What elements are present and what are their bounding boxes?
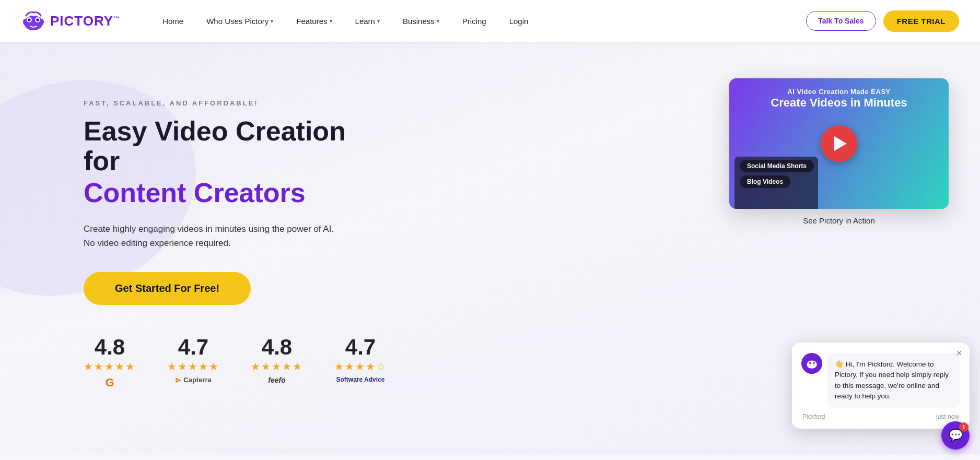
nav-features[interactable]: Features ▾ <box>285 0 343 42</box>
chat-body: 👋 Hi, I'm Pickford. Welcome to Pictory, … <box>792 343 970 429</box>
chat-bubble: 👋 Hi, I'm Pickford. Welcome to Pictory, … <box>827 353 960 408</box>
video-thumbnail[interactable]: AI Video Creation Made EASY Create Video… <box>729 78 949 209</box>
nav-login[interactable]: Login <box>498 0 540 42</box>
nav-links: Home Who Uses Pictory ▾ Features ▾ Learn… <box>151 0 806 42</box>
nav-home[interactable]: Home <box>151 0 195 42</box>
nav-actions: Talk To Sales FREE TRIAL <box>806 10 959 32</box>
stars-capterra: ★★★★★ <box>167 360 219 373</box>
rating-score-sa: 4.7 <box>345 336 376 358</box>
brand-feefo: feefo <box>268 376 285 384</box>
hero-description: Create highly engaging videos in minutes… <box>84 222 345 250</box>
chat-close-button[interactable]: × <box>956 348 962 358</box>
stars-sa: ★★★★☆ <box>334 360 387 373</box>
hero-content: FAST, SCALABLE, AND AFFORDABLE! Easy Vid… <box>84 84 376 390</box>
svg-point-5 <box>23 19 27 25</box>
chevron-down-icon: ▾ <box>437 18 439 24</box>
rating-g2: 4.8 ★★★★★ G <box>84 336 136 390</box>
free-trial-button[interactable]: FREE TRIAL <box>883 10 959 32</box>
rating-capterra: 4.7 ★★★★★ ⊳ Capterra <box>167 336 219 384</box>
rating-feefo: 4.8 ★★★★★ feefo <box>251 336 303 384</box>
rating-score-feefo: 4.8 <box>262 336 292 358</box>
svg-point-4 <box>37 19 39 21</box>
chat-agent-name: Pickford <box>802 413 825 420</box>
hero-title-purple: Content Creators <box>84 178 376 208</box>
chip-social-media: Social Media Shorts <box>740 160 814 172</box>
nav-learn[interactable]: Learn ▾ <box>344 0 391 42</box>
video-headline: Create Videos in Minutes <box>729 96 949 110</box>
video-top-text: AI Video Creation Made EASY <box>729 88 949 96</box>
hero-title-dark: Easy Video Creation for <box>84 116 376 176</box>
svg-point-3 <box>28 19 31 21</box>
ratings-row: 4.8 ★★★★★ G 4.7 ★★★★★ ⊳ Capterra 4.8 ★★★… <box>84 336 376 390</box>
brand-software-advice: Software Advice <box>336 376 385 383</box>
stars-feefo: ★★★★★ <box>251 360 303 373</box>
brand-g2: G <box>105 376 114 390</box>
svg-point-6 <box>40 19 44 25</box>
logo-text: PICTORY™ <box>50 13 120 29</box>
nav-business[interactable]: Business ▾ <box>391 0 451 42</box>
talk-to-sales-button[interactable]: Talk To Sales <box>806 11 876 31</box>
chat-meta: Pickford just now <box>801 413 960 420</box>
svg-point-10 <box>809 362 810 363</box>
play-button[interactable] <box>821 125 857 162</box>
rating-score-g2: 4.8 <box>95 336 125 358</box>
chat-widget: × 👋 Hi, I'm Pickford. Welcome to Pictory… <box>792 343 970 429</box>
get-started-button[interactable]: Get Started For Free! <box>84 272 251 305</box>
chat-timestamp: just now <box>936 413 959 420</box>
logo[interactable]: PICTORY™ <box>21 8 120 33</box>
chip-blog-videos: Blog Videos <box>740 175 790 188</box>
chevron-down-icon: ▾ <box>377 18 380 24</box>
nav-who-uses-pictory[interactable]: Who Uses Pictory ▾ <box>195 0 285 42</box>
chat-avatar-icon <box>805 357 819 370</box>
nav-pricing[interactable]: Pricing <box>451 0 498 42</box>
chevron-down-icon: ▾ <box>271 18 273 24</box>
navbar: PICTORY™ Home Who Uses Pictory ▾ Feature… <box>0 0 980 42</box>
hero-video-section: AI Video Creation Made EASY Create Video… <box>729 78 949 225</box>
video-caption: See Pictory in Action <box>729 216 949 225</box>
svg-point-7 <box>807 361 817 369</box>
brand-capterra: ⊳ Capterra <box>175 376 211 384</box>
chat-badge: 1 <box>959 422 969 432</box>
chevron-down-icon: ▾ <box>330 18 332 24</box>
chat-message: 👋 Hi, I'm Pickford. Welcome to Pictory, … <box>801 353 960 408</box>
svg-point-11 <box>813 362 814 363</box>
logo-icon <box>21 8 46 33</box>
rating-score-capterra: 4.7 <box>178 336 208 358</box>
hero-tag: FAST, SCALABLE, AND AFFORDABLE! <box>84 99 376 107</box>
stars-g2: ★★★★★ <box>84 360 136 373</box>
chat-avatar <box>801 353 822 374</box>
play-triangle-icon <box>834 136 847 151</box>
chat-fab-button[interactable]: 💬 1 <box>941 421 970 450</box>
rating-software-advice: 4.7 ★★★★☆ Software Advice <box>334 336 387 383</box>
